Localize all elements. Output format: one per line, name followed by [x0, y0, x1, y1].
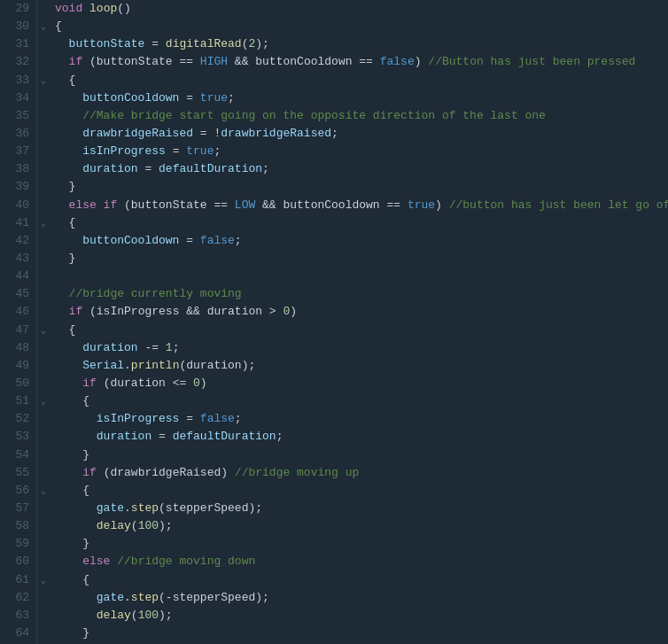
code-line: buttonCooldown = false; — [55, 232, 668, 250]
code-line: else if (buttonState == LOW && buttonCoo… — [55, 197, 668, 214]
code-line: delay(100); — [55, 517, 668, 535]
collapse-col: ⌄⌄⌄⌄⌄⌄⌄ — [37, 0, 50, 644]
code-line — [55, 268, 668, 285]
code-line: } — [55, 178, 668, 196]
code-line: if (duration <= 0) — [55, 375, 668, 392]
code-line: } — [55, 250, 668, 268]
line-number: 37 — [4, 143, 29, 160]
code-line: Serial.println(duration); — [55, 357, 668, 375]
code-line: { — [55, 322, 668, 339]
collapse-cell — [37, 500, 50, 517]
collapse-cell — [37, 339, 50, 357]
code-line: delay(100); — [55, 607, 668, 625]
code-line: duration = defaultDuration; — [55, 428, 668, 446]
collapse-cell — [37, 589, 50, 607]
code-line: buttonCooldown = true; — [55, 89, 668, 107]
collapse-cell — [37, 197, 50, 214]
line-number: 62 — [4, 589, 29, 607]
line-number: 49 — [4, 357, 29, 375]
collapse-cell — [37, 428, 50, 446]
collapse-cell — [37, 535, 50, 553]
code-line: duration = defaultDuration; — [55, 160, 668, 178]
line-number: 54 — [4, 446, 29, 464]
collapse-cell — [37, 35, 50, 53]
collapse-cell[interactable]: ⌄ — [37, 322, 50, 339]
line-number: 33 — [4, 72, 29, 89]
line-number: 38 — [4, 160, 29, 178]
line-number: 56 — [4, 482, 29, 500]
line-number: 44 — [4, 268, 29, 285]
code-line: { — [55, 214, 668, 232]
collapse-cell[interactable]: ⌄ — [37, 482, 50, 500]
line-number: 43 — [4, 250, 29, 268]
line-number: 36 — [4, 125, 29, 143]
code-line: isInProgress = true; — [55, 143, 668, 160]
collapse-cell — [37, 607, 50, 625]
collapse-cell — [37, 446, 50, 464]
line-number: 60 — [4, 553, 29, 570]
code-line: if (buttonState == HIGH && buttonCooldow… — [55, 53, 668, 71]
code-line: duration -= 1; — [55, 339, 668, 357]
line-number: 30 — [4, 18, 29, 35]
collapse-cell — [37, 178, 50, 196]
collapse-cell — [37, 160, 50, 178]
line-number: 47 — [4, 322, 29, 339]
collapse-cell[interactable]: ⌄ — [37, 72, 50, 89]
collapse-cell — [37, 285, 50, 303]
line-number: 40 — [4, 197, 29, 214]
collapse-cell — [37, 0, 50, 18]
code-line: gate.step(-stepperSpeed); — [55, 589, 668, 607]
line-number: 57 — [4, 500, 29, 517]
collapse-cell — [37, 464, 50, 482]
code-line: { — [55, 392, 668, 410]
line-number: 35 — [4, 107, 29, 125]
line-number: 55 — [4, 464, 29, 482]
code-line: gate.step(stepperSpeed); — [55, 500, 668, 517]
collapse-cell — [37, 143, 50, 160]
line-number: 42 — [4, 232, 29, 250]
code-line: if (isInProgress && duration > 0) — [55, 303, 668, 321]
line-number: 50 — [4, 375, 29, 392]
collapse-cell[interactable]: ⌄ — [37, 392, 50, 410]
code-line: isInProgress = false; — [55, 410, 668, 428]
code-line: //Make bridge start going on the opposit… — [55, 107, 668, 125]
line-number: 63 — [4, 607, 29, 625]
collapse-cell — [37, 250, 50, 268]
line-number: 29 — [4, 0, 29, 18]
code-line: drawbridgeRaised = !drawbridgeRaised; — [55, 125, 668, 143]
line-number: 51 — [4, 392, 29, 410]
code-line: { — [55, 18, 668, 35]
collapse-cell — [37, 268, 50, 285]
collapse-cell — [37, 410, 50, 428]
line-number: 39 — [4, 178, 29, 196]
code-line: { — [55, 571, 668, 589]
code-line: else //bridge moving down — [55, 553, 668, 570]
collapse-cell[interactable]: ⌄ — [37, 214, 50, 232]
collapse-cell — [37, 303, 50, 321]
line-number: 59 — [4, 535, 29, 553]
collapse-cell — [37, 625, 50, 642]
line-number: 64 — [4, 625, 29, 642]
code-line: { — [55, 72, 668, 89]
collapse-cell — [37, 517, 50, 535]
collapse-cell — [37, 107, 50, 125]
line-number: 52 — [4, 410, 29, 428]
line-number: 34 — [4, 89, 29, 107]
code-line: } — [55, 625, 668, 642]
code-lines: void loop(){ buttonState = digitalRead(2… — [50, 0, 668, 644]
code-line: buttonState = digitalRead(2); — [55, 35, 668, 53]
line-number: 45 — [4, 285, 29, 303]
collapse-cell[interactable]: ⌄ — [37, 571, 50, 589]
collapse-cell — [37, 553, 50, 570]
line-number: 31 — [4, 35, 29, 53]
code-line: } — [55, 535, 668, 553]
code-line: //bridge currently moving — [55, 285, 668, 303]
code-line: if (drawbridgeRaised) //bridge moving up — [55, 464, 668, 482]
collapse-cell — [37, 125, 50, 143]
line-number: 32 — [4, 53, 29, 71]
code-line: { — [55, 482, 668, 500]
collapse-cell — [37, 357, 50, 375]
collapse-cell — [37, 375, 50, 392]
line-number: 46 — [4, 303, 29, 321]
collapse-cell[interactable]: ⌄ — [37, 18, 50, 35]
